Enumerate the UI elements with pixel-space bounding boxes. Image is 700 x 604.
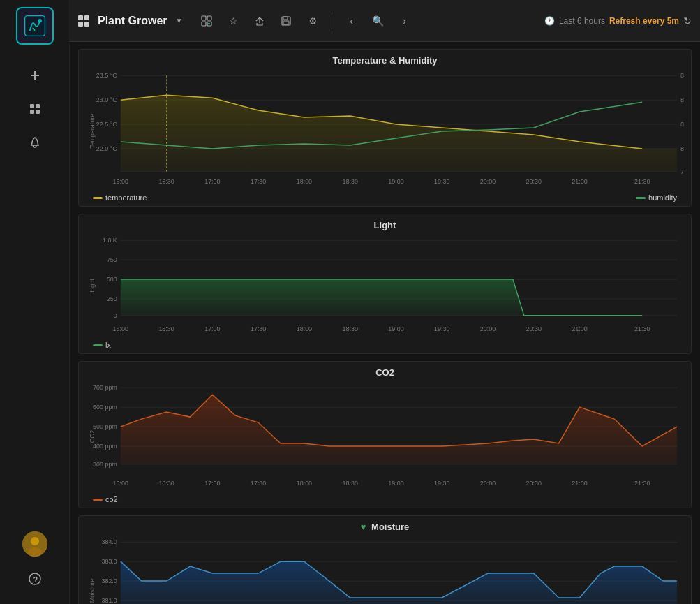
- co2-chart: 700 ppm 600 ppm 500 ppm 400 ppm 300 ppm …: [86, 381, 684, 492]
- svg-text:22.0 °C: 22.0 °C: [96, 145, 117, 152]
- save-button[interactable]: [276, 10, 297, 31]
- moisture-heart-icon: ♥: [361, 522, 366, 532]
- dashboard-button[interactable]: [21, 95, 49, 123]
- humidity-legend-label: humidity: [648, 193, 677, 202]
- svg-text:17:30: 17:30: [251, 178, 266, 185]
- svg-text:18:30: 18:30: [342, 325, 357, 332]
- light-chart: 1.0 K 750 500 250 0 16:00 16:30 17:00 17…: [86, 233, 684, 338]
- header: Plant Grower ▼ ☆ ⚙ ‹ 🔍 › 🕐 Last 6 hours …: [70, 0, 700, 42]
- zoom-out-button[interactable]: 🔍: [367, 10, 388, 31]
- svg-text:381.0: 381.0: [101, 597, 117, 604]
- humidity-legend-color: [636, 197, 646, 199]
- svg-text:18:00: 18:00: [297, 178, 312, 185]
- svg-rect-14: [207, 16, 211, 20]
- svg-text:17:00: 17:00: [204, 325, 220, 332]
- temp-humidity-legend: temperature humidity: [86, 191, 684, 202]
- help-button[interactable]: ?: [21, 565, 49, 593]
- title-dropdown[interactable]: ▼: [176, 17, 183, 24]
- moisture-svg: 384.0 383.0 382.0 381.0 380.0 16:00 16:3…: [86, 535, 684, 604]
- svg-text:84.0%: 84.0%: [680, 96, 684, 103]
- svg-marker-49: [121, 95, 677, 172]
- svg-text:250: 250: [107, 295, 117, 302]
- add-button[interactable]: [21, 61, 49, 89]
- co2-legend-label: co2: [105, 495, 118, 503]
- co2-title: CO2: [86, 367, 684, 378]
- svg-text:21:00: 21:00: [572, 178, 587, 185]
- svg-text:19:30: 19:30: [434, 178, 449, 185]
- svg-text:18:30: 18:30: [342, 480, 357, 487]
- svg-rect-4: [30, 104, 34, 108]
- favorite-button[interactable]: ☆: [223, 10, 244, 31]
- svg-text:16:30: 16:30: [158, 178, 174, 185]
- svg-text:17:30: 17:30: [251, 480, 266, 487]
- temperature-legend-label: temperature: [105, 193, 147, 202]
- svg-text:384.0: 384.0: [101, 538, 117, 545]
- svg-text:19:00: 19:00: [388, 480, 403, 487]
- svg-text:750: 750: [107, 256, 117, 263]
- lx-legend-label: lx: [105, 341, 111, 349]
- svg-text:22.5 °C: 22.5 °C: [96, 121, 117, 128]
- user-avatar[interactable]: [22, 531, 47, 557]
- forward-button[interactable]: ›: [394, 10, 415, 31]
- svg-text:17:30: 17:30: [251, 325, 266, 332]
- light-title: Light: [86, 220, 684, 230]
- svg-text:17:00: 17:00: [204, 480, 220, 487]
- svg-text:16:00: 16:00: [113, 325, 128, 332]
- co2-legend: co2: [86, 492, 684, 503]
- back-button[interactable]: ‹: [341, 10, 362, 31]
- svg-text:82.0%: 82.0%: [680, 121, 684, 128]
- svg-text:19:30: 19:30: [434, 325, 449, 332]
- svg-text:500 ppm: 500 ppm: [93, 423, 117, 430]
- svg-text:21:30: 21:30: [634, 325, 650, 332]
- main-area: Plant Grower ▼ ☆ ⚙ ‹ 🔍 › 🕐 Last 6 hours …: [70, 0, 700, 604]
- grid-icon: [78, 15, 89, 27]
- temp-humidity-svg: 23.5 °C 23.0 °C 22.5 °C 22.0 °C 86.0% 84…: [86, 68, 684, 191]
- time-range-info: 🕐 Last 6 hours Refresh every 5m ↻: [544, 15, 692, 27]
- svg-text:Temperature: Temperature: [89, 114, 96, 149]
- co2-panel: CO2 700 ppm: [78, 361, 692, 508]
- svg-rect-22: [283, 21, 289, 24]
- temperature-legend-item: temperature: [93, 193, 147, 202]
- dashboard-content: Temperature & Humidity 23.5 °C 23.0 °C 2…: [70, 42, 700, 604]
- settings-button[interactable]: ⚙: [302, 10, 323, 31]
- svg-text:18:00: 18:00: [297, 325, 312, 332]
- co2-svg: 700 ppm 600 ppm 500 ppm 400 ppm 300 ppm …: [86, 381, 684, 492]
- co2-legend-color: [93, 499, 103, 501]
- svg-text:?: ?: [33, 575, 38, 584]
- humidity-legend-item: humidity: [636, 193, 677, 202]
- svg-text:21:00: 21:00: [572, 325, 587, 332]
- svg-text:80.0%: 80.0%: [680, 145, 684, 152]
- svg-text:0: 0: [114, 312, 117, 319]
- moisture-panel: ♥ Moisture: [78, 515, 692, 604]
- refresh-label[interactable]: Refresh every 5m: [609, 16, 679, 26]
- svg-text:18:00: 18:00: [297, 480, 312, 487]
- lx-legend-color: [93, 344, 103, 346]
- svg-rect-13: [202, 16, 206, 20]
- svg-text:700 ppm: 700 ppm: [93, 384, 117, 391]
- separator: [332, 13, 332, 29]
- svg-text:16:00: 16:00: [113, 178, 128, 185]
- svg-text:CO2: CO2: [89, 430, 96, 443]
- svg-text:20:30: 20:30: [526, 480, 542, 487]
- svg-text:16:00: 16:00: [113, 480, 128, 487]
- alerts-button[interactable]: [21, 128, 49, 156]
- refresh-button[interactable]: ↻: [683, 15, 692, 27]
- svg-text:23.0 °C: 23.0 °C: [96, 96, 117, 103]
- svg-text:383.0: 383.0: [101, 558, 117, 565]
- time-range-label[interactable]: Last 6 hours: [559, 16, 605, 26]
- svg-marker-75: [121, 279, 677, 316]
- svg-text:20:30: 20:30: [526, 178, 542, 185]
- share-button[interactable]: [249, 10, 270, 31]
- svg-text:19:00: 19:00: [388, 178, 403, 185]
- svg-text:19:00: 19:00: [388, 325, 403, 332]
- svg-text:300 ppm: 300 ppm: [93, 461, 117, 468]
- svg-text:21:30: 21:30: [634, 480, 650, 487]
- svg-text:86.0%: 86.0%: [680, 72, 684, 79]
- lx-legend-item: lx: [93, 341, 111, 349]
- temp-humidity-chart: 23.5 °C 23.0 °C 22.5 °C 22.0 °C 86.0% 84…: [86, 68, 684, 191]
- svg-rect-6: [30, 110, 34, 114]
- svg-rect-7: [36, 110, 40, 114]
- add-panel-button[interactable]: [196, 10, 217, 31]
- svg-text:20:00: 20:00: [480, 480, 496, 487]
- svg-text:382.0: 382.0: [101, 577, 117, 584]
